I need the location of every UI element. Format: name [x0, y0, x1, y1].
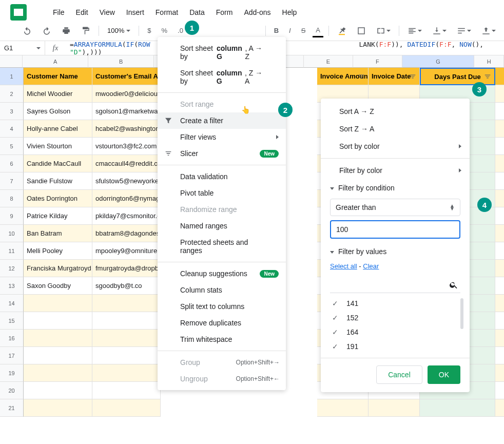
menu-pivot[interactable]: Pivot table	[158, 185, 286, 201]
select-all-corner[interactable]	[0, 55, 23, 68]
header-cell[interactable]: Days Past Due	[420, 68, 495, 85]
condition-value-input[interactable]: 100	[330, 220, 460, 239]
fill-color-button[interactable]	[334, 24, 350, 37]
menu-dedupe[interactable]: Remove duplicates	[158, 315, 286, 331]
row-number[interactable]: 10	[0, 225, 24, 242]
cell[interactable]	[92, 347, 161, 364]
header-cell[interactable]: Invoice Amount	[317, 68, 369, 85]
menubar-edit[interactable]: Edit	[70, 4, 94, 21]
cell[interactable]	[24, 330, 92, 347]
filter-icon[interactable]	[358, 73, 365, 80]
cell[interactable]: Oates Dorrington	[24, 190, 92, 207]
merge-button[interactable]	[373, 24, 394, 37]
filter-sort-az[interactable]: Sort A → Z	[321, 103, 470, 120]
cell[interactable]	[92, 330, 161, 347]
row-number[interactable]: 7	[0, 172, 24, 190]
menu-protected[interactable]: Protected sheets and ranges	[158, 234, 286, 259]
filter-sort-color[interactable]: Sort by color	[321, 138, 470, 155]
select-all-link[interactable]: Select all	[330, 262, 357, 270]
menu-create-filter[interactable]: Create a filter	[158, 112, 286, 129]
cell[interactable]	[495, 138, 504, 155]
cell[interactable]	[495, 155, 504, 172]
cell[interactable]: hcabel2@washington	[92, 120, 161, 138]
cell[interactable]	[495, 242, 504, 260]
filter-sort-za[interactable]: Sort Z → A	[321, 120, 470, 138]
cell[interactable]	[495, 260, 504, 277]
cell[interactable]	[495, 225, 504, 242]
bold-button[interactable]: B	[271, 25, 282, 36]
row-number[interactable]: 5	[0, 138, 24, 155]
rotate-button[interactable]	[478, 24, 499, 37]
filter-value-item[interactable]: ✓164	[330, 325, 466, 339]
row-number[interactable]: 21	[0, 399, 24, 417]
menu-data-validation[interactable]: Data validation	[158, 168, 286, 185]
row-number[interactable]: 9	[0, 207, 24, 225]
filter-by-color[interactable]: Filter by color	[321, 162, 470, 179]
currency-button[interactable]: $	[144, 25, 154, 36]
ok-button[interactable]: OK	[428, 365, 460, 384]
name-box[interactable]: G1	[0, 41, 45, 55]
cell[interactable]	[24, 312, 92, 330]
cell[interactable]	[495, 295, 504, 312]
cell[interactable]: Michel Woodier	[24, 85, 92, 103]
cell[interactable]: vstourton3@fc2.com	[92, 138, 161, 155]
cell[interactable]: Saxon Goodby	[24, 277, 92, 295]
cell[interactable]	[92, 312, 161, 330]
cell[interactable]	[92, 382, 161, 399]
cell[interactable]	[495, 364, 504, 382]
zoom-select[interactable]: 100%	[104, 25, 133, 36]
menubar-insert[interactable]: Insert	[121, 4, 150, 21]
cell[interactable]	[495, 207, 504, 225]
filter-by-values-header[interactable]: Filter by values	[321, 243, 470, 260]
cell[interactable]: fmurgatroyda@dropbox	[92, 260, 161, 277]
cell[interactable]: Holly-anne Cabel	[24, 120, 92, 138]
cell[interactable]: sfulstow5@newyorker	[92, 172, 161, 190]
filter-value-item[interactable]: ✓141	[330, 296, 466, 311]
menu-column-stats[interactable]: Column stats	[158, 282, 286, 298]
menu-filter-views[interactable]: Filter views	[158, 129, 286, 145]
redo-button[interactable]	[39, 24, 54, 37]
row-number[interactable]: 19	[0, 364, 24, 382]
cell[interactable]	[495, 190, 504, 207]
row-number[interactable]: 14	[0, 295, 24, 312]
menubar-help[interactable]: Help	[277, 4, 303, 21]
cell[interactable]	[24, 364, 92, 382]
col-header-H[interactable]: H	[474, 55, 504, 68]
row-number[interactable]: 17	[0, 347, 24, 364]
row-number[interactable]: 8	[0, 190, 24, 207]
header-cell[interactable]: Customer's Email Address	[92, 68, 161, 85]
cell[interactable]: Sayres Golson	[24, 103, 92, 120]
row-number[interactable]: 4	[0, 120, 24, 138]
cell[interactable]: pkilday7@csmonitor.com	[92, 207, 161, 225]
cell[interactable]	[420, 399, 495, 417]
menu-cleanup[interactable]: Cleanup suggestionsNew	[158, 265, 286, 282]
header-cell[interactable]: Invoice Date	[369, 68, 420, 85]
row-number[interactable]: 13	[0, 277, 24, 295]
cell[interactable]	[92, 364, 161, 382]
filter-by-condition-header[interactable]: Filter by condition	[321, 179, 470, 197]
cell[interactable]: Candide MacCaull	[24, 155, 92, 172]
cancel-button[interactable]: Cancel	[376, 365, 422, 384]
filter-value-item[interactable]: ✓191	[330, 339, 466, 354]
cell[interactable]: cmaccaull4@reddit.com	[92, 155, 161, 172]
cell[interactable]	[495, 172, 504, 190]
header-cell[interactable]	[495, 68, 504, 85]
cell[interactable]	[495, 382, 504, 399]
filter-search-input[interactable]	[330, 277, 460, 293]
cell[interactable]	[495, 347, 504, 364]
menu-sort-desc[interactable]: Sort sheet by column G, Z → A	[158, 65, 286, 89]
row-number[interactable]: 16	[0, 330, 24, 347]
row-number[interactable]: 1	[0, 68, 24, 85]
menu-split-text[interactable]: Split text to columns	[158, 298, 286, 315]
cell[interactable]	[495, 120, 504, 138]
cell[interactable]	[24, 382, 92, 399]
cell[interactable]	[495, 277, 504, 295]
menubar-form[interactable]: Form	[210, 4, 239, 21]
paint-format-button[interactable]	[78, 24, 93, 37]
menubar-add-ons[interactable]: Add-ons	[238, 4, 276, 21]
menu-slicer[interactable]: SlicerNew	[158, 145, 286, 162]
cell[interactable]	[495, 312, 504, 330]
menubar-format[interactable]: Format	[150, 4, 184, 21]
menubar-file[interactable]: File	[47, 4, 70, 21]
cell[interactable]	[495, 103, 504, 120]
